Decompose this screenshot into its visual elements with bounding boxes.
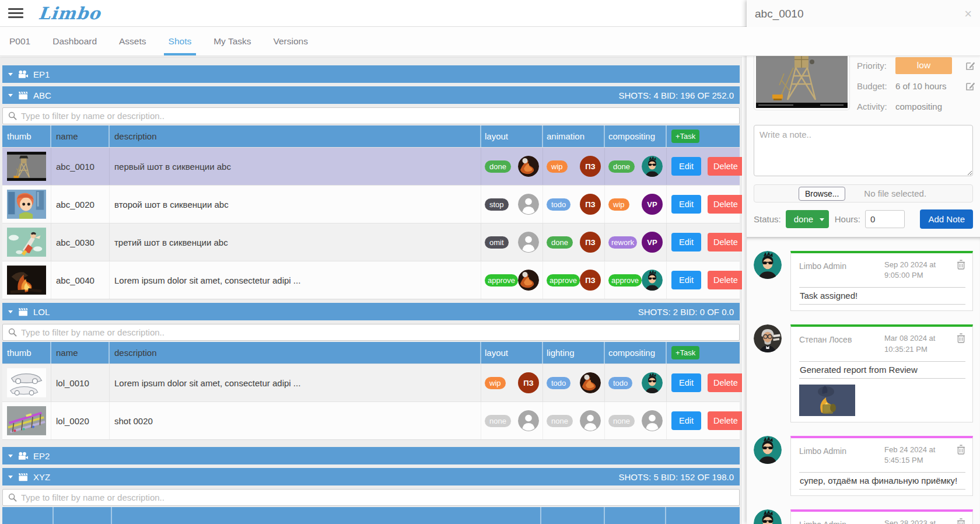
shot-thumbnail[interactable] — [7, 151, 46, 181]
assignee-avatar[interactable] — [642, 156, 663, 177]
assignee-avatar[interactable]: ПЗ — [580, 270, 601, 291]
task-status-pill[interactable]: omit — [485, 236, 509, 249]
edit-button[interactable]: Edit — [671, 411, 701, 430]
hours-input[interactable] — [865, 210, 905, 228]
filter-input[interactable] — [21, 492, 734, 502]
delete-button[interactable]: Delete — [708, 271, 742, 289]
assignee-avatar[interactable] — [580, 410, 601, 431]
task-status-pill[interactable]: none — [485, 415, 511, 427]
shot-row-lol-0010[interactable]: lol_0010 Lorem ipsum dolor sit amet, con… — [2, 364, 740, 401]
collapse-caret-icon[interactable] — [8, 310, 13, 313]
shot-row-abc-0040[interactable]: abc_0040 Lorem ipsum dolor sit amet, con… — [2, 261, 740, 299]
note-item: Limbo Admin Feb 24 2024 at 5:45:15 PM су… — [754, 436, 973, 496]
task-status-pill[interactable]: none — [608, 415, 635, 427]
task-status-pill[interactable]: none — [547, 415, 573, 427]
trash-icon[interactable] — [957, 260, 965, 270]
delete-button[interactable]: Delete — [708, 411, 742, 430]
shot-row-abc-0010[interactable]: abc_0010 первый шот в сиквенции abc done… — [2, 147, 740, 185]
nav-item-assets[interactable]: Assets — [119, 27, 146, 55]
notes-list[interactable]: Limbo Admin Sep 20 2024 at 9:05:00 PM Ta… — [747, 237, 980, 524]
task-status-pill[interactable]: done — [608, 160, 635, 173]
collapse-caret-icon[interactable] — [8, 73, 13, 76]
assignee-avatar[interactable] — [518, 194, 539, 215]
edit-budget-icon[interactable] — [965, 81, 975, 91]
assignee-avatar[interactable]: VP — [642, 194, 663, 215]
assignee-avatar[interactable] — [580, 372, 601, 393]
task-status-pill[interactable]: todo — [547, 377, 570, 389]
close-icon[interactable]: × — [964, 8, 972, 20]
shot-thumbnail[interactable] — [7, 189, 46, 219]
task-status-pill[interactable]: approve — [608, 274, 642, 287]
assignee-avatar[interactable]: VP — [642, 232, 663, 253]
shot-thumbnail[interactable] — [7, 227, 46, 257]
edit-button[interactable]: Edit — [671, 195, 701, 214]
shot-thumbnail[interactable] — [7, 368, 46, 398]
nav-item-p001[interactable]: P001 — [9, 27, 30, 55]
task-status-pill[interactable]: todo — [608, 377, 632, 389]
assignee-avatar[interactable]: ПЗ — [580, 194, 601, 215]
sequence-header-lol[interactable]: LOL SHOTS: 2 BID: 0 OF 0.0 — [2, 303, 740, 320]
menu-icon[interactable] — [8, 8, 23, 18]
sequence-header-abc[interactable]: ABC SHOTS: 4 BID: 196 OF 252.0 — [2, 86, 740, 104]
trash-icon[interactable] — [957, 333, 965, 343]
shot-name: abc_0030 — [51, 223, 110, 261]
assignee-avatar[interactable] — [518, 410, 539, 431]
delete-button[interactable]: Delete — [708, 157, 742, 176]
nav-item-shots[interactable]: Shots — [169, 27, 192, 55]
shot-row-lol-0020[interactable]: lol_0020 shot 0020 none none none EditDe… — [2, 401, 740, 439]
task-status-pill[interactable]: approve — [547, 274, 580, 287]
assignee-avatar[interactable]: ПЗ — [580, 156, 601, 177]
add-task-button[interactable]: +Task — [671, 346, 699, 359]
sequence-header-xyz[interactable]: XYZ SHOTS: 5 BID: 152 OF 198.0 — [2, 468, 740, 485]
delete-button[interactable]: Delete — [708, 373, 742, 392]
episode-header-ep1[interactable]: EP1 — [2, 65, 740, 83]
edit-button[interactable]: Edit — [671, 157, 701, 176]
collapse-caret-icon[interactable] — [8, 476, 13, 478]
task-status-pill[interactable]: todo — [547, 198, 570, 211]
shot-row-abc-0030[interactable]: abc_0030 третий шот в сиквенции abc omit… — [2, 223, 740, 261]
delete-button[interactable]: Delete — [708, 233, 742, 251]
filter-input[interactable] — [21, 111, 734, 121]
edit-button[interactable]: Edit — [671, 373, 701, 392]
task-status-pill[interactable]: rework — [608, 236, 637, 249]
task-status-pill[interactable]: done — [485, 160, 511, 173]
trash-icon[interactable] — [957, 518, 965, 524]
assignee-avatar[interactable] — [642, 270, 663, 291]
note-attachment-image[interactable] — [799, 385, 855, 416]
task-status-pill[interactable]: wip — [485, 377, 506, 389]
assignee-avatar[interactable] — [518, 232, 539, 253]
edit-button[interactable]: Edit — [671, 233, 701, 251]
collapse-caret-icon[interactable] — [8, 94, 13, 97]
task-status-pill[interactable]: done — [547, 236, 573, 249]
assignee-avatar[interactable] — [518, 156, 539, 177]
shot-thumbnail[interactable] — [7, 406, 46, 436]
filter-input[interactable] — [21, 327, 734, 337]
nav-item-versions[interactable]: Versions — [274, 27, 308, 55]
nav-item-my-tasks[interactable]: My Tasks — [214, 27, 251, 55]
task-status-pill[interactable]: wip — [608, 198, 629, 211]
trash-icon[interactable] — [957, 445, 965, 455]
edit-button[interactable]: Edit — [671, 271, 701, 289]
edit-priority-icon[interactable] — [965, 61, 975, 71]
shot-row-abc-0020[interactable]: abc_0020 второй шот в сиквенции abc stop… — [2, 185, 740, 223]
episode-header-ep2[interactable]: EP2 — [2, 447, 740, 464]
assignee-avatar[interactable] — [518, 270, 539, 291]
add-note-button[interactable]: Add Note — [920, 209, 973, 229]
assignee-avatar[interactable]: ПЗ — [580, 232, 601, 253]
delete-button[interactable]: Delete — [708, 195, 742, 214]
assignee-avatar[interactable] — [642, 410, 663, 431]
collapse-caret-icon[interactable] — [8, 455, 13, 457]
add-task-button[interactable]: +Task — [671, 130, 699, 143]
task-status-pill[interactable]: wip — [547, 160, 568, 173]
nav-item-dashboard[interactable]: Dashboard — [52, 27, 97, 55]
task-status-pill[interactable]: approve — [485, 274, 518, 287]
browse-button[interactable]: Browse... — [799, 187, 845, 201]
task-status-pill[interactable]: stop — [485, 198, 509, 211]
assignee-avatar[interactable]: ПЗ — [518, 372, 539, 393]
shot-thumbnail[interactable] — [7, 265, 46, 295]
note-status-select[interactable]: done — [786, 210, 829, 228]
note-text: Generated report from Review — [799, 361, 965, 379]
shot-filter-abc — [2, 107, 740, 124]
note-input[interactable] — [754, 125, 973, 176]
assignee-avatar[interactable] — [642, 372, 663, 393]
